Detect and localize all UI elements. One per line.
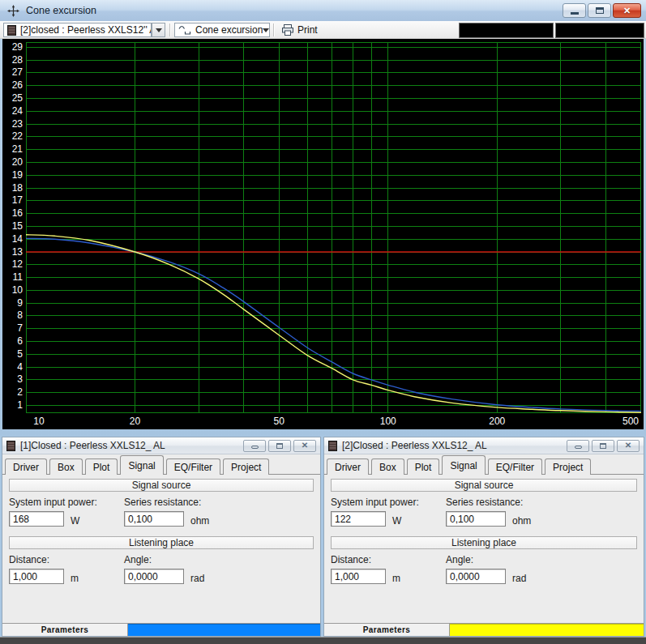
y-tick-label: 29 bbox=[2, 42, 23, 53]
panel2-statusbar: Parameters bbox=[324, 623, 644, 636]
angle-field[interactable] bbox=[446, 569, 506, 584]
driver-select-dropdown-button[interactable] bbox=[152, 23, 165, 37]
panel1-minimize-button[interactable] bbox=[243, 440, 266, 452]
minimize-button[interactable] bbox=[563, 3, 586, 18]
tab-driver[interactable]: Driver bbox=[5, 458, 47, 475]
panel1-maximize-button[interactable] bbox=[268, 440, 291, 452]
x-tick-label: 50 bbox=[267, 416, 291, 427]
tab-box[interactable]: Box bbox=[371, 458, 404, 475]
excursion-chart: 1234567891011121314151617181920212223242… bbox=[2, 39, 644, 429]
distance-field[interactable] bbox=[9, 569, 64, 584]
panel2-title: [2]Closed : Peerless XXLS12_ AL bbox=[342, 440, 487, 451]
panel2-titlebar[interactable]: [2]Closed : Peerless XXLS12_ AL ✕ bbox=[324, 437, 644, 454]
tab-box[interactable]: Box bbox=[49, 458, 83, 475]
y-tick-label: 3 bbox=[2, 374, 23, 385]
excursion-plot-grid bbox=[26, 42, 641, 413]
group-header-listening-place: Listening place bbox=[9, 536, 314, 549]
y-tick-label: 10 bbox=[2, 285, 23, 296]
curve-color-indicator bbox=[128, 624, 320, 636]
distance-unit: m bbox=[71, 573, 79, 584]
plot-window-titlebar[interactable]: Cone excursion ✕ bbox=[0, 0, 646, 21]
curve-color-indicator bbox=[450, 624, 644, 636]
close-button[interactable]: ✕ bbox=[613, 3, 641, 18]
x-tick-label: 100 bbox=[376, 416, 400, 427]
project-doc-icon bbox=[6, 441, 15, 451]
group-header-signal-source: Signal source bbox=[9, 479, 314, 492]
panel1-title: [1]Closed : Peerless XXLS12_ AL bbox=[20, 440, 165, 451]
power-unit: W bbox=[71, 515, 79, 527]
window-title: Cone excursion bbox=[26, 5, 96, 16]
system-input-power-field[interactable] bbox=[331, 511, 386, 527]
angle-field[interactable] bbox=[124, 569, 184, 584]
tab-signal[interactable]: Signal bbox=[120, 455, 163, 475]
system-input-power-field[interactable] bbox=[9, 511, 64, 527]
y-tick-label: 14 bbox=[2, 234, 23, 245]
distance-field[interactable] bbox=[331, 569, 386, 584]
tab-project[interactable]: Project bbox=[223, 458, 269, 475]
group-header-signal-source: Signal source bbox=[331, 479, 637, 492]
power-unit: W bbox=[392, 515, 401, 527]
tab-signal[interactable]: Signal bbox=[442, 455, 485, 475]
panel1-tabs: Driver Box Plot Signal EQ/Filter Project bbox=[2, 454, 320, 475]
tab-plot[interactable]: Plot bbox=[85, 458, 118, 475]
y-tick-label: 23 bbox=[2, 119, 23, 130]
close-icon: ✕ bbox=[623, 6, 631, 15]
plot-type-value: Cone excursion bbox=[195, 24, 263, 36]
y-tick-label: 26 bbox=[2, 80, 23, 91]
y-tick-label: 24 bbox=[2, 106, 23, 117]
x-tick-label: 200 bbox=[485, 416, 509, 427]
x-tick-label: 10 bbox=[27, 416, 51, 427]
group-header-listening-place: Listening place bbox=[331, 536, 637, 549]
print-button[interactable]: Print bbox=[278, 23, 321, 37]
distance-unit: m bbox=[392, 573, 400, 584]
tab-plot[interactable]: Plot bbox=[407, 458, 440, 475]
y-tick-label: 25 bbox=[2, 93, 23, 104]
distance-label: Distance: bbox=[331, 554, 371, 565]
y-tick-label: 27 bbox=[2, 67, 23, 78]
y-tick-label: 9 bbox=[2, 298, 23, 309]
panel2-minimize-button[interactable] bbox=[567, 440, 589, 452]
tab-driver[interactable]: Driver bbox=[327, 458, 369, 475]
y-tick-label: 11 bbox=[2, 272, 23, 283]
series-resistance-field[interactable] bbox=[124, 511, 184, 527]
angle-unit: rad bbox=[512, 573, 526, 584]
series-resistance-label: Series resistance: bbox=[446, 497, 523, 508]
panel1-close-button[interactable]: ✕ bbox=[293, 440, 316, 452]
series-resistance-field[interactable] bbox=[446, 511, 506, 527]
y-tick-label: 22 bbox=[2, 131, 23, 142]
panel2-close-button[interactable]: ✕ bbox=[617, 440, 640, 452]
y-tick-label: 15 bbox=[2, 221, 23, 232]
maximize-icon bbox=[276, 443, 283, 449]
signal-panel-1: [1]Closed : Peerless XXLS12_ AL ✕ Driver… bbox=[2, 437, 321, 637]
driver-select[interactable]: [2]closed : Peerless XXLS12'' AL bbox=[3, 23, 152, 37]
tab-eq-filter[interactable]: EQ/Filter bbox=[488, 458, 542, 475]
y-tick-label: 12 bbox=[2, 259, 23, 270]
bottom-strip bbox=[0, 637, 646, 644]
panel1-titlebar[interactable]: [1]Closed : Peerless XXLS12_ AL ✕ bbox=[2, 437, 320, 454]
panel2-maximize-button[interactable] bbox=[592, 440, 614, 452]
tab-eq-filter[interactable]: EQ/Filter bbox=[166, 458, 220, 475]
y-tick-label: 1 bbox=[2, 400, 23, 411]
y-tick-label: 17 bbox=[2, 195, 23, 206]
plot-type-select[interactable]: Cone excursion bbox=[174, 23, 270, 37]
maximize-icon bbox=[596, 7, 604, 14]
parameters-button[interactable]: Parameters bbox=[2, 624, 128, 636]
tab-project[interactable]: Project bbox=[545, 458, 591, 475]
toolbar-separator bbox=[273, 23, 274, 36]
y-tick-label: 4 bbox=[2, 362, 23, 373]
angle-label: Angle: bbox=[446, 554, 473, 565]
close-icon: ✕ bbox=[625, 441, 631, 450]
chevron-down-icon bbox=[263, 28, 269, 32]
toolbar: [2]closed : Peerless XXLS12'' AL Cone ex… bbox=[0, 21, 646, 39]
y-tick-label: 28 bbox=[2, 55, 23, 66]
panel2-content: Signal source System input power: Series… bbox=[324, 475, 644, 623]
system-input-power-label: System input power: bbox=[331, 497, 419, 508]
parameters-button[interactable]: Parameters bbox=[324, 624, 450, 636]
minimize-icon bbox=[251, 446, 259, 449]
driver-select-value: [2]closed : Peerless XXLS12'' AL bbox=[20, 24, 152, 36]
y-tick-label: 5 bbox=[2, 349, 23, 360]
excursion-curve bbox=[26, 235, 641, 413]
maximize-button[interactable] bbox=[588, 3, 611, 18]
panel1-statusbar: Parameters bbox=[2, 623, 320, 636]
waveform-icon bbox=[178, 25, 192, 36]
